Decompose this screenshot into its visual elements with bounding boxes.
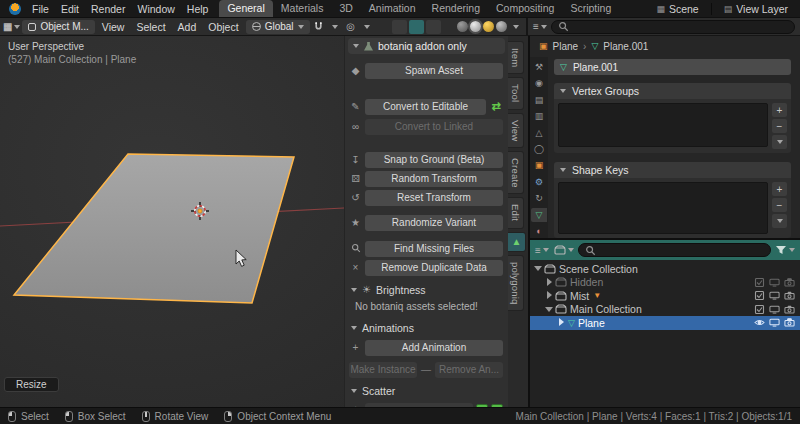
scene-tab-icon[interactable]: △ — [531, 126, 547, 139]
disable-viewport-icon[interactable] — [769, 278, 780, 287]
menu-render[interactable]: Render — [85, 3, 131, 15]
tab-item[interactable]: Item — [508, 41, 524, 74]
shape-key-remove-button[interactable]: − — [772, 198, 787, 212]
outliner-display-mode-icon[interactable] — [553, 243, 574, 257]
viewport-menu-view[interactable]: View — [97, 21, 130, 33]
disable-render-icon[interactable] — [784, 278, 795, 287]
editor-type-3d-icon[interactable]: ▦ — [3, 20, 20, 34]
outliner-row-mist[interactable]: Mist ▼ — [530, 289, 800, 303]
tab-view[interactable]: View — [508, 113, 524, 148]
render-tab-icon[interactable]: ◉ — [531, 76, 547, 89]
remove-animation-button[interactable]: Remove An... — [435, 362, 503, 378]
object-tab-icon[interactable]: ▣ — [531, 159, 547, 172]
convert-swap-icon[interactable]: ⇄ — [489, 100, 503, 113]
workspace-tab-rendering[interactable]: Rendering — [424, 0, 488, 17]
output-tab-icon[interactable]: ▤ — [531, 93, 547, 106]
menu-window[interactable]: Window — [131, 3, 180, 15]
gizmo-toggle-icon[interactable] — [392, 20, 407, 34]
exclude-checkbox-icon[interactable] — [754, 305, 765, 314]
snap-to-ground-button[interactable]: Snap to Ground (Beta) — [365, 152, 503, 168]
shading-material-icon[interactable] — [483, 21, 494, 32]
remove-duplicate-data-button[interactable]: Remove Duplicate Data — [365, 260, 503, 276]
disable-render-icon[interactable] — [784, 305, 795, 314]
physics-tab-icon[interactable]: ↻ — [531, 192, 547, 205]
shading-dropdown[interactable] — [509, 20, 523, 34]
viewport-menu-object[interactable]: Object — [203, 21, 243, 33]
workspace-tab-3d[interactable]: 3D — [331, 0, 360, 17]
proportional-falloff-dropdown[interactable] — [360, 20, 374, 34]
workspace-tab-compositing[interactable]: Compositing — [488, 0, 562, 17]
botaniq-pan​el-header[interactable]: botaniq addon only — [348, 38, 505, 54]
tab-create[interactable]: Create — [508, 151, 524, 195]
overlay-toggle-icon[interactable] — [409, 20, 424, 34]
workspace-tab-materials[interactable]: Materials — [273, 0, 332, 17]
menu-file[interactable]: File — [26, 3, 55, 15]
shape-key-add-button[interactable]: + — [772, 182, 787, 196]
exclude-checkbox-icon[interactable] — [754, 278, 765, 287]
scene-selector[interactable]: Scene — [669, 3, 699, 15]
modifiers-tab-icon[interactable]: ⚙ — [531, 175, 547, 188]
material-tab-icon[interactable]: ◐ — [531, 225, 547, 238]
expander-icon[interactable] — [534, 264, 543, 273]
properties-search[interactable] — [551, 20, 795, 34]
tool-tab-icon[interactable]: ⚒ — [531, 60, 547, 73]
expander-icon[interactable] — [557, 318, 566, 327]
add-animation-button[interactable]: Add Animation — [365, 340, 503, 356]
vertex-group-specials-button[interactable] — [772, 135, 787, 149]
workspace-tab-animation[interactable]: Animation — [361, 0, 424, 17]
snap-settings-dropdown[interactable] — [328, 20, 342, 34]
make-instance-button[interactable]: Make Instance — [349, 362, 417, 378]
menu-edit[interactable]: Edit — [55, 3, 85, 15]
disable-viewport-icon[interactable] — [769, 305, 780, 314]
scatter-section-header[interactable]: Scatter — [351, 383, 503, 398]
brightness-section-header[interactable]: ☀ Brightness — [351, 282, 503, 297]
vertex-group-add-button[interactable]: + — [772, 103, 787, 117]
vertex-groups-list[interactable] — [558, 103, 768, 147]
world-tab-icon[interactable]: ◯ — [531, 142, 547, 155]
expander-icon[interactable] — [545, 291, 554, 300]
shading-rendered-icon[interactable] — [496, 21, 507, 32]
disable-viewport-icon[interactable] — [769, 291, 780, 300]
disable-render-icon[interactable] — [784, 318, 795, 327]
exclude-checkbox-icon[interactable] — [754, 291, 765, 300]
randomize-variant-button[interactable]: Randomize Variant — [365, 215, 503, 231]
convert-to-linked-button[interactable]: Convert to Linked — [365, 119, 503, 135]
shading-wireframe-icon[interactable] — [457, 21, 468, 32]
tab-edit[interactable]: Edit — [508, 197, 524, 228]
viewport-menu-add[interactable]: Add — [173, 21, 202, 33]
tab-tool[interactable]: Tool — [508, 77, 524, 109]
outliner-row-plane[interactable]: ▽ Plane — [530, 316, 800, 330]
plane-mesh[interactable] — [14, 154, 294, 303]
outliner-search-input[interactable] — [601, 244, 764, 257]
filter-funnel-icon[interactable] — [775, 243, 795, 257]
outliner-row-scene-collection[interactable]: Scene Collection — [530, 262, 800, 276]
vertex-group-remove-button[interactable]: − — [772, 119, 787, 133]
outliner-row-main-collection[interactable]: Main Collection — [530, 303, 800, 317]
animations-section-header[interactable]: Animations — [351, 320, 503, 335]
breadcrumb-data[interactable]: Plane.001 — [603, 41, 648, 52]
expander-icon[interactable] — [545, 278, 554, 287]
snap-magnet-icon[interactable] — [312, 20, 326, 34]
blender-logo-icon[interactable] — [9, 3, 21, 15]
tab-polygoniq[interactable]: polygoniq — [508, 255, 524, 311]
workspace-tab-scripting[interactable]: Scripting — [562, 0, 619, 17]
shape-key-specials-button[interactable] — [772, 214, 787, 228]
view-layer-selector[interactable]: View Layer — [736, 3, 788, 15]
outliner-search[interactable] — [578, 243, 771, 257]
properties-search-input[interactable] — [574, 20, 788, 33]
shape-keys-header[interactable]: Shape Keys — [554, 162, 791, 178]
convert-to-editable-button[interactable]: Convert to Editable — [365, 99, 486, 115]
workspace-tab-general[interactable]: General — [219, 0, 272, 17]
disable-render-icon[interactable] — [784, 291, 795, 300]
disable-viewport-icon[interactable] — [769, 318, 780, 327]
mode-selector-dropdown[interactable]: Object M... — [22, 20, 94, 34]
object-data-tab-icon[interactable]: ▽ — [531, 208, 547, 221]
spawn-asset-button[interactable]: Spawn Asset — [365, 63, 503, 79]
tab-botaniq[interactable]: ▲ — [508, 232, 526, 252]
random-transform-button[interactable]: Random Transform — [365, 171, 503, 187]
orientation-dropdown[interactable]: Global — [246, 20, 310, 34]
shape-keys-list[interactable] — [558, 182, 768, 234]
vertex-groups-header[interactable]: Vertex Groups — [554, 83, 791, 99]
hide-eye-icon[interactable] — [754, 318, 765, 327]
editor-type-outliner-icon[interactable]: ≡ — [535, 243, 549, 257]
